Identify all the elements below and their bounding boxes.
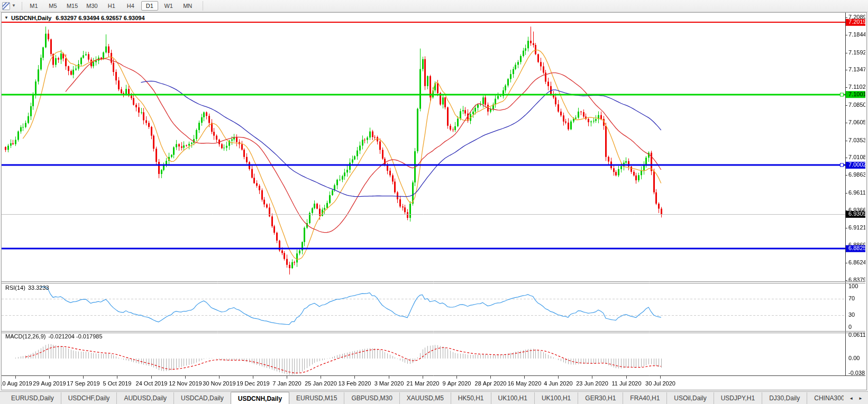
chart-tab-usdcad-daily[interactable]: USDCAD,Daily xyxy=(173,392,231,404)
timeframe-button-m30[interactable]: M30 xyxy=(83,1,100,11)
chart-symbol: USDCNH,Daily xyxy=(11,15,51,21)
rsi-value: 33.3233 xyxy=(28,284,49,291)
chart-tab-uk100-h1[interactable]: UK100,H1 xyxy=(534,392,578,404)
timeframe-button-d1[interactable]: D1 xyxy=(141,1,158,11)
top-toolbar: ▼ M1M5M15M30H1H4D1W1MN xyxy=(0,0,868,12)
timeframe-button-group: M1M5M15M30H1H4D1W1MN xyxy=(25,0,198,12)
timeframe-button-mn[interactable]: MN xyxy=(179,1,196,11)
rsi-name: RSI(14) xyxy=(5,284,25,291)
chart-tab-usdchf-daily[interactable]: USDCHF,Daily xyxy=(61,392,117,404)
timeframe-button-h4[interactable]: H4 xyxy=(122,1,139,11)
chart-tab-bar: EURUSD,DailyUSDCHF,DailyAUDUSD,DailyUSDC… xyxy=(0,391,868,404)
timeframe-button-h1[interactable]: H1 xyxy=(103,1,120,11)
chart-ohlc-values: 6.93297 6.93494 6.92657 6.93094 xyxy=(56,15,144,21)
timeframe-button-w1[interactable]: W1 xyxy=(160,1,177,11)
chart-dropdown-icon[interactable]: ▼ xyxy=(4,15,8,20)
chart-tab-eurusd-daily[interactable]: EURUSD,Daily xyxy=(4,392,61,404)
tab-scroll-right-icon[interactable]: ► xyxy=(858,392,863,404)
timeframe-button-m15[interactable]: M15 xyxy=(63,1,81,11)
toolbar-separator xyxy=(22,2,22,10)
macd-name: MACD(12,26,9) xyxy=(5,333,45,339)
chart-tab-fra40-h1[interactable]: FRA40,H1 xyxy=(623,392,666,404)
tab-scroll-buttons: ◄ ► xyxy=(844,392,868,404)
chart-tab-usdjpy-h1[interactable]: USDJPY,H1 xyxy=(714,392,762,404)
chart-window: ▼ USDCNH,Daily 6.93297 6.93494 6.92657 6… xyxy=(1,12,867,390)
timeframe-button-m1[interactable]: M1 xyxy=(25,1,42,11)
toolbar-dropdown-caret-icon[interactable]: ▼ xyxy=(12,0,16,12)
chart-tab-dj30-daily[interactable]: DJ30,Daily xyxy=(762,392,807,404)
chart-tabs: EURUSD,DailyUSDCHF,DailyAUDUSD,DailyUSDC… xyxy=(0,392,844,404)
chart-tab-uk100-h1[interactable]: UK100,H1 xyxy=(491,392,534,404)
chart-canvas[interactable] xyxy=(2,13,865,389)
toolbar-end-separator xyxy=(203,1,203,11)
chart-tools-icon[interactable] xyxy=(2,2,10,10)
chart-tab-audusd-daily[interactable]: AUDUSD,Daily xyxy=(116,392,173,404)
chart-tab-hk50-h1[interactable]: HK50,H1 xyxy=(451,392,491,404)
chart-tab-usdcnh-daily[interactable]: USDCNH,Daily xyxy=(231,392,289,404)
macd-indicator-label: MACD(12,26,9)-0.021204 -0.017985 xyxy=(5,333,103,339)
rsi-indicator-label: RSI(14)33.3233 xyxy=(5,284,49,291)
chart-title: ▼ USDCNH,Daily 6.93297 6.93494 6.92657 6… xyxy=(4,14,147,21)
macd-values: -0.021204 -0.017985 xyxy=(48,333,102,339)
chart-tab-china300-h4[interactable]: CHINA300,H4 xyxy=(807,392,844,404)
chart-tab-gbpusd-m30[interactable]: GBPUSD,M30 xyxy=(344,392,399,404)
chart-tab-xauusd-m5[interactable]: XAUUSD,M5 xyxy=(399,392,451,404)
tab-scroll-left-icon[interactable]: ◄ xyxy=(849,392,853,404)
chart-tab-usoil-daily[interactable]: USOil,Daily xyxy=(666,392,713,404)
chart-tab-eurusd-m15[interactable]: EURUSD,M15 xyxy=(289,392,344,404)
chart-tab-ger30-h1[interactable]: GER30,H1 xyxy=(578,392,623,404)
timeframe-button-m5[interactable]: M5 xyxy=(44,1,61,11)
